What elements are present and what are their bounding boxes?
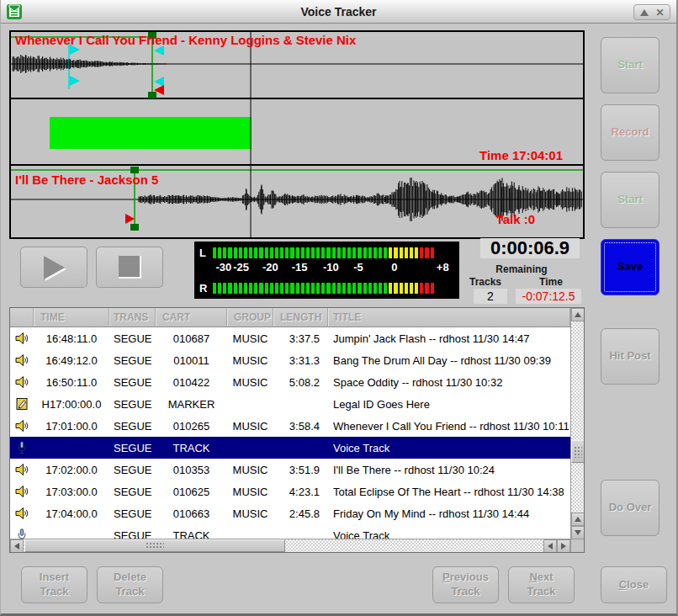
cell-time: 17:02:00.0 (34, 464, 109, 476)
cell-time: 17:03:00.0 (34, 486, 109, 498)
waveform-canvas (11, 32, 583, 237)
log-table: TIMETRANSCARTGROUPLENGTHTITLE 16:48:11.0… (9, 307, 585, 553)
meter-segment-yellow (415, 283, 418, 294)
scroll-left-button[interactable] (10, 539, 24, 553)
speaker-icon (10, 332, 34, 345)
close-icon: ✕ (655, 7, 664, 19)
table-row[interactable]: H17:00:00.0SEGUEMARKERLegal ID Goes Here (10, 393, 570, 415)
table-row[interactable]: 16:50:11.0SEGUE010422MUSIC5:08.2Space Od… (10, 371, 570, 393)
remaining-tracks-value: 2 (474, 289, 507, 304)
meter-segment-green (358, 247, 361, 258)
meter-scale: -30-25-20-15-10-50+8 (213, 261, 454, 276)
table-row[interactable]: SEGUETRACKVoice Track (10, 524, 570, 539)
table-row[interactable]: 17:03:00.0SEGUE010625MUSIC4:23.1Total Ec… (10, 481, 570, 502)
horizontal-scrollbar[interactable] (10, 539, 570, 552)
waveform-panel[interactable]: Whenever I Call You Friend - Kenny Loggi… (9, 30, 585, 239)
cell-title: Friday On My Mind -- rdhost 11/30 14:44 (328, 507, 570, 520)
cell-time: 17:01:00.0 (34, 420, 109, 433)
table-row[interactable]: 17:04:00.0SEGUE010663MUSIC2:45.8Friday O… (10, 502, 570, 524)
play-button[interactable] (20, 247, 87, 288)
horizontal-scroll-thumb[interactable] (24, 539, 285, 552)
meter-segment-green (379, 283, 382, 294)
meter-segment-yellow (389, 247, 392, 258)
do-over-button[interactable]: Do Over (601, 480, 659, 536)
column-header-cart[interactable]: CART (156, 308, 227, 327)
stop-button[interactable] (96, 247, 163, 288)
meter-segment-yellow (400, 283, 403, 294)
meter-segment-green (384, 283, 387, 294)
column-header-title[interactable]: TITLE (328, 308, 570, 327)
insert-track-button[interactable]: InsertTrack (21, 566, 87, 603)
previous-track-button[interactable]: Previous Track (432, 566, 499, 603)
cell-trans: SEGUE (109, 420, 156, 433)
meter-segment-green (223, 247, 226, 258)
next-track-button[interactable]: Next Track (508, 566, 575, 603)
track2-title: I'll Be There - Jackson 5 (15, 173, 158, 187)
speaker-icon (10, 375, 34, 389)
arrow-left-icon (548, 543, 553, 550)
meter-segment-green (218, 247, 221, 258)
cell-length: 4:23.1 (273, 486, 328, 498)
meter-segment-green (228, 283, 231, 294)
meter-segment-green (280, 283, 283, 294)
meter-segment-green (239, 247, 242, 258)
delete-track-button[interactable]: DeleteTrack (97, 566, 163, 603)
column-header-trans[interactable]: TRANS (109, 308, 156, 327)
column-header-icon[interactable] (10, 308, 34, 327)
cell-length: 3:37.5 (273, 332, 328, 345)
shade-icon (640, 9, 649, 16)
log-table-header[interactable]: TIMETRANSCARTGROUPLENGTHTITLE (10, 308, 570, 327)
hit-post-button[interactable]: Hit Post (601, 328, 659, 385)
close-window-button[interactable]: ✕ (653, 6, 667, 19)
meter-segment-green (290, 283, 294, 294)
meter-segment-green (270, 247, 273, 258)
meter-segment-green (234, 283, 237, 294)
meter-segment-green (290, 247, 294, 258)
shade-button[interactable] (637, 6, 651, 19)
scroll-right-button[interactable] (557, 539, 570, 553)
titlebar[interactable]: Voice Tracker ✕ (1, 0, 676, 24)
remaining-time-value: -0:07:12.5 (516, 289, 581, 304)
meter-scale-tick: -25 (233, 261, 249, 273)
table-row[interactable]: SEGUETRACKVoice Track (10, 437, 570, 459)
start-track2-button[interactable]: Start (601, 172, 659, 228)
scroll-up-button-2[interactable] (571, 512, 585, 526)
cell-cart: 010353 (156, 464, 227, 476)
cell-cart: 010422 (156, 376, 227, 389)
record-button[interactable]: Record (601, 104, 659, 161)
audio-level-meter: L -30-25-20-15-10-50+8 R (194, 242, 459, 299)
meter-segment-green (311, 247, 315, 258)
meter-segment-yellow (394, 283, 397, 294)
meter-segment-red (431, 247, 434, 258)
cell-group: MUSIC (227, 507, 273, 520)
start-track1-button[interactable]: Start (601, 37, 659, 93)
scroll-down-button[interactable] (571, 526, 585, 539)
scroll-up-button[interactable] (571, 308, 585, 321)
meter-segment-green (337, 283, 341, 294)
meter-scale-tick: -30 (216, 261, 232, 273)
table-row[interactable]: 17:01:00.0SEGUE010265MUSIC3:58.4Whenever… (10, 415, 570, 437)
speaker-icon (10, 507, 34, 520)
meter-scale-tick: -15 (292, 261, 308, 273)
meter-segment-green (265, 283, 268, 294)
column-header-group[interactable]: GROUP (227, 308, 273, 327)
table-row[interactable]: 16:49:12.0SEGUE010011MUSIC3:31.3Bang The… (10, 349, 570, 371)
meter-segment-green (347, 247, 351, 258)
column-header-time[interactable]: TIME (34, 308, 109, 327)
table-row[interactable]: 17:02:00.0SEGUE010353MUSIC3:51.9I'll Be … (10, 459, 570, 481)
meter-segment-green (296, 247, 299, 258)
scroll-left-button-2[interactable] (543, 539, 557, 553)
speaker-icon (10, 419, 34, 433)
close-button[interactable]: Close (601, 566, 667, 603)
vertical-scrollbar[interactable] (570, 308, 584, 539)
vertical-scroll-thumb[interactable] (571, 440, 585, 463)
table-row[interactable]: 16:48:11.0SEGUE010687MUSIC3:37.5Jumpin' … (10, 327, 570, 349)
meter-segment-green (254, 283, 257, 294)
column-header-length[interactable]: LENGTH (273, 308, 328, 327)
meter-segment-green (347, 283, 351, 294)
save-button[interactable]: Save (601, 239, 659, 295)
cell-group: MUSIC (227, 332, 273, 345)
thumb-grip (574, 446, 582, 458)
arrow-left-icon (14, 543, 19, 550)
meter-segment-green (285, 283, 289, 294)
